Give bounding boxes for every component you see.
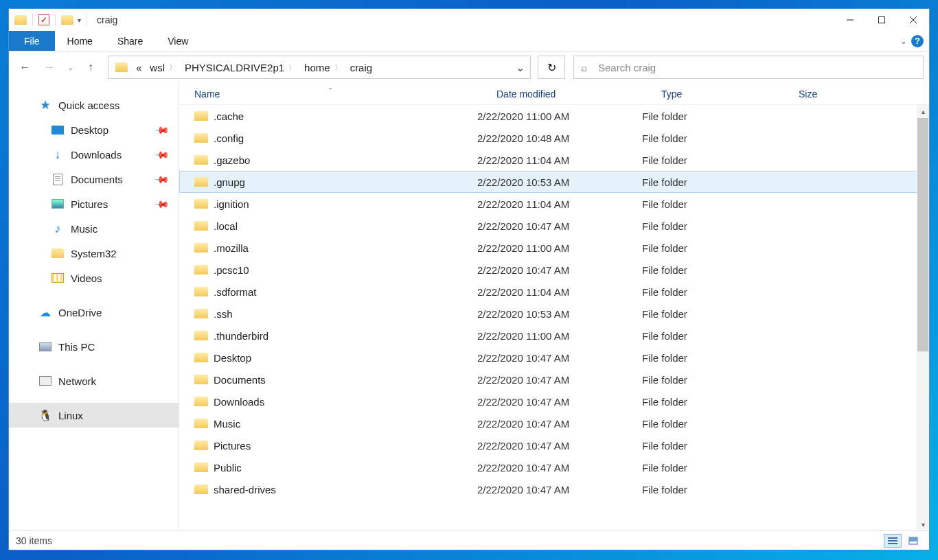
star-icon: ★	[39, 99, 52, 111]
breadcrumb-item[interactable]: PHYSICALDRIVE2p1〉	[181, 62, 300, 73]
svg-rect-6	[888, 543, 897, 544]
qat-dropdown-icon[interactable]: ▾	[78, 16, 81, 24]
file-row[interactable]: .gnupg2/22/2020 10:53 AMFile folder	[179, 171, 929, 193]
file-row[interactable]: Downloads2/22/2020 10:47 AMFile folder	[179, 390, 929, 412]
nav-onedrive[interactable]: ☁ OneDrive	[9, 300, 179, 325]
maximize-button[interactable]	[866, 9, 897, 31]
file-row[interactable]: .ignition2/22/2020 11:04 AMFile folder	[179, 193, 929, 215]
address-dropdown-icon[interactable]: ⌄	[510, 61, 530, 74]
column-size[interactable]: Size	[783, 89, 873, 100]
file-type: File folder	[642, 396, 779, 408]
address-bar[interactable]: « wsl〉 PHYSICALDRIVE2p1〉 home〉 craig ⌄	[108, 56, 531, 79]
file-row[interactable]: .config2/22/2020 10:48 AMFile folder	[179, 127, 929, 149]
navigation-pane: ★ Quick access Desktop 📌 ↓ Downloads 📌 D…	[9, 83, 179, 530]
breadcrumb-item[interactable]: wsl〉	[146, 62, 181, 73]
file-name: shared-drives	[214, 484, 276, 495]
file-row[interactable]: .sdformat2/22/2020 11:04 AMFile folder	[179, 281, 929, 303]
status-bar: 30 items	[9, 530, 929, 550]
refresh-button[interactable]: ↻	[538, 56, 565, 79]
file-name: Documents	[214, 374, 266, 386]
nav-thispc[interactable]: This PC	[9, 334, 179, 359]
nav-videos[interactable]: Videos	[9, 266, 179, 290]
scrollbar-thumb[interactable]	[917, 118, 928, 351]
file-type: File folder	[642, 330, 779, 342]
breadcrumb-prefix[interactable]: «	[132, 62, 146, 73]
ribbon-collapse-icon[interactable]: ⌄	[900, 36, 907, 46]
file-row[interactable]: .cache2/22/2020 11:00 AMFile folder	[179, 105, 929, 127]
back-button[interactable]: ←	[14, 57, 35, 78]
file-list[interactable]: .cache2/22/2020 11:00 AMFile folder.conf…	[179, 105, 929, 530]
file-row[interactable]: Music2/22/2020 10:47 AMFile folder	[179, 412, 929, 434]
search-input[interactable]	[598, 62, 916, 73]
file-row[interactable]: Public2/22/2020 10:47 AMFile folder	[179, 456, 929, 478]
forward-button[interactable]: →	[39, 57, 60, 78]
tab-view[interactable]: View	[155, 31, 201, 51]
folder-icon	[194, 309, 208, 318]
svg-rect-4	[888, 537, 897, 539]
file-row[interactable]: .thunderbird2/22/2020 11:00 AMFile folde…	[179, 325, 929, 347]
nav-downloads[interactable]: ↓ Downloads 📌	[9, 142, 179, 167]
details-view-button[interactable]	[884, 534, 902, 548]
recent-locations-button[interactable]: ⌄	[64, 57, 76, 78]
file-type: File folder	[642, 198, 779, 210]
close-button[interactable]	[897, 9, 929, 31]
file-row[interactable]: .mozilla2/22/2020 11:00 AMFile folder	[179, 237, 929, 259]
download-icon: ↓	[52, 148, 64, 161]
column-name[interactable]: ⌃ Name	[179, 89, 481, 100]
file-date: 2/22/2020 10:47 AM	[477, 396, 642, 408]
nav-linux[interactable]: 🐧 Linux	[9, 403, 179, 428]
scroll-down-icon[interactable]: ▾	[917, 518, 929, 530]
breadcrumb-item[interactable]: craig	[346, 62, 377, 73]
file-row[interactable]: .ssh2/22/2020 10:53 AMFile folder	[179, 303, 929, 325]
folder-icon	[194, 243, 208, 253]
vertical-scrollbar[interactable]: ▴ ▾	[917, 105, 929, 530]
column-date[interactable]: Date modified	[481, 89, 646, 100]
tab-home[interactable]: Home	[55, 31, 105, 51]
nav-network[interactable]: Network	[9, 369, 179, 393]
separator	[32, 14, 33, 26]
nav-documents[interactable]: Documents 📌	[9, 167, 179, 191]
separator	[87, 14, 87, 26]
file-row[interactable]: Documents2/22/2020 10:47 AMFile folder	[179, 369, 929, 390]
nav-desktop[interactable]: Desktop 📌	[9, 117, 179, 142]
up-button[interactable]: ↑	[80, 57, 101, 78]
minimize-button[interactable]	[834, 9, 866, 31]
nav-system32[interactable]: System32	[9, 241, 179, 266]
nav-quick-access[interactable]: ★ Quick access	[9, 93, 179, 117]
file-date: 2/22/2020 10:47 AM	[477, 220, 642, 232]
file-name: .ignition	[214, 198, 249, 210]
file-tab[interactable]: File	[9, 31, 55, 51]
file-type: File folder	[642, 286, 779, 298]
scroll-up-icon[interactable]: ▴	[917, 105, 929, 117]
search-icon: ⌕	[581, 62, 587, 73]
column-type[interactable]: Type	[646, 89, 783, 100]
file-row[interactable]: Pictures2/22/2020 10:47 AMFile folder	[179, 434, 929, 456]
nav-music[interactable]: ♪ Music	[9, 216, 179, 241]
nav-pictures[interactable]: Pictures 📌	[9, 191, 179, 216]
pin-icon: 📌	[154, 196, 170, 211]
file-name: Public	[214, 462, 242, 474]
file-row[interactable]: .local2/22/2020 10:47 AMFile folder	[179, 215, 929, 237]
file-row[interactable]: .pcsc102/22/2020 10:47 AMFile folder	[179, 259, 929, 281]
folder-icon[interactable]	[61, 15, 73, 25]
file-type: File folder	[642, 462, 779, 474]
navbar: ← → ⌄ ↑ « wsl〉 PHYSICALDRIVE2p1〉 home〉 c…	[9, 51, 929, 83]
file-name: .mozilla	[214, 242, 249, 254]
tab-share[interactable]: Share	[105, 31, 155, 51]
nav-label: Documents	[71, 174, 123, 185]
help-button[interactable]: ?	[911, 35, 924, 47]
folder-icon	[194, 397, 208, 406]
thumbnails-view-button[interactable]	[904, 534, 922, 548]
file-row[interactable]: shared-drives2/22/2020 10:47 AMFile fold…	[179, 478, 929, 500]
folder-icon	[194, 353, 208, 362]
search-box[interactable]: ⌕	[573, 56, 924, 79]
file-date: 2/22/2020 10:47 AM	[477, 418, 642, 430]
desktop-icon	[52, 126, 64, 135]
file-row[interactable]: Desktop2/22/2020 10:47 AMFile folder	[179, 347, 929, 369]
file-name: .config	[214, 132, 244, 144]
nav-label: Quick access	[58, 100, 119, 111]
file-date: 2/22/2020 11:04 AM	[477, 154, 642, 166]
properties-icon[interactable]: ✓	[38, 14, 49, 25]
file-row[interactable]: .gazebo2/22/2020 11:04 AMFile folder	[179, 149, 929, 171]
breadcrumb-item[interactable]: home〉	[300, 62, 346, 73]
